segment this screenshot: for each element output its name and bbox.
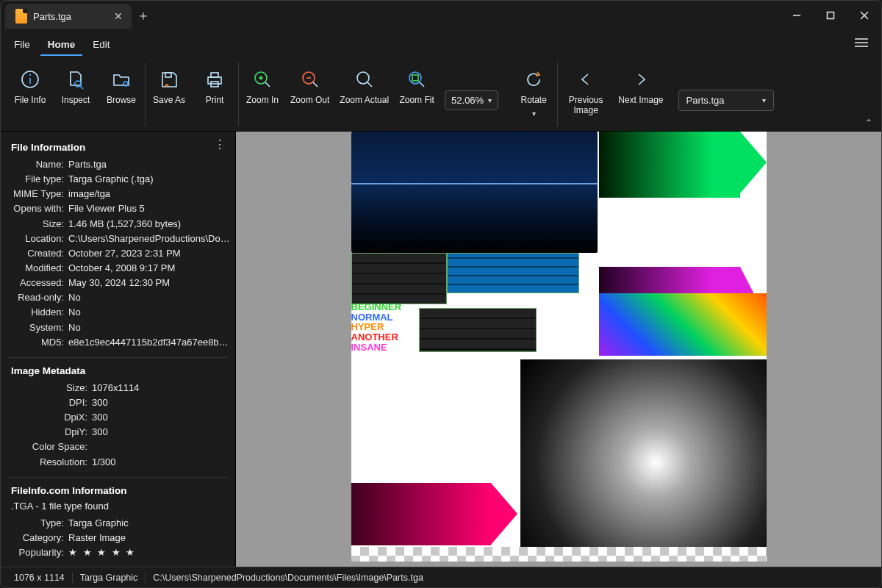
fi-modified: October 4, 2008 9:17 PM xyxy=(68,261,231,276)
body: ⋮ File Information Name:Parts.tga File t… xyxy=(1,132,881,567)
new-tab-button[interactable]: ＋ xyxy=(132,1,155,30)
svg-line-11 xyxy=(80,86,83,89)
browse-button[interactable]: Browse xyxy=(104,67,139,105)
zoom-out-icon xyxy=(299,68,321,90)
close-tab-icon[interactable]: ✕ xyxy=(114,10,123,22)
zoom-out-button[interactable]: Zoom Out xyxy=(290,67,329,105)
svg-rect-14 xyxy=(208,77,221,84)
fi-readonly: No xyxy=(68,290,231,305)
meta-dpiy: 300 xyxy=(92,425,231,440)
next-image-button[interactable]: Next Image xyxy=(618,67,663,105)
fi-filetype: Targa Graphic (.tga) xyxy=(68,172,231,187)
meta-size: 1076x1114 xyxy=(92,381,231,395)
status-dimensions: 1076 x 1114 xyxy=(7,573,73,583)
fi-md5: e8e1c9ec4447115b2df347a67ee8b2e1 xyxy=(68,335,231,350)
chevron-down-icon: ▾ xyxy=(488,96,492,104)
svg-rect-28 xyxy=(412,75,418,81)
zoom-level-combo[interactable]: 52.06% ▾ xyxy=(445,90,498,110)
svg-line-25 xyxy=(368,82,372,87)
inspect-button[interactable]: Inspect xyxy=(58,67,93,105)
document-tab[interactable]: Parts.tga ✕ xyxy=(5,4,132,29)
chevron-right-icon xyxy=(630,68,652,90)
ribbon: File Info Inspect Browse Save As Print xyxy=(1,58,881,132)
svg-rect-13 xyxy=(165,73,171,77)
zoom-actual-button[interactable]: Zoom Actual xyxy=(340,67,389,105)
meta-dpi: 300 xyxy=(92,395,231,410)
svg-point-26 xyxy=(409,72,421,84)
svg-point-9 xyxy=(29,74,31,76)
app-window: Parts.tga ✕ ＋ File Home Edit File Info I… xyxy=(0,0,882,588)
inspect-icon xyxy=(65,68,87,90)
collapse-ribbon-icon[interactable]: ⌃ xyxy=(865,118,872,128)
chevron-left-icon xyxy=(575,68,597,90)
close-window-button[interactable] xyxy=(847,1,881,30)
fi-opens: File Viewer Plus 5 xyxy=(68,201,231,216)
save-icon xyxy=(158,68,180,90)
file-info-button[interactable]: File Info xyxy=(12,67,48,105)
file-icon xyxy=(15,9,27,24)
file-combo-value: Parts.tga xyxy=(686,95,725,106)
svg-line-22 xyxy=(313,82,318,87)
fic-popularity: ★ ★ ★ ★ ★ xyxy=(68,545,231,560)
zoom-actual-icon xyxy=(354,68,376,90)
fi-size: 1.46 MB (1,527,360 bytes) xyxy=(68,217,231,232)
fi-accessed: May 30, 2024 12:30 PM xyxy=(68,276,231,290)
previous-image-button[interactable]: Previous Image xyxy=(564,67,608,116)
zoom-fit-button[interactable]: Zoom Fit xyxy=(399,67,434,105)
file-info-heading: File Information xyxy=(11,142,231,153)
fi-name: Parts.tga xyxy=(68,157,231,172)
svg-line-18 xyxy=(265,82,270,87)
status-format: Targa Graphic xyxy=(73,573,146,583)
fic-type: Targa Graphic xyxy=(68,516,231,531)
svg-point-10 xyxy=(75,81,81,87)
print-button[interactable]: Print xyxy=(197,67,232,105)
save-as-button[interactable]: Save As xyxy=(151,67,187,105)
rotate-button[interactable]: Rotate ▾ xyxy=(516,67,551,118)
fi-location: C:\Users\SharpenedProductions\Docu... xyxy=(68,232,231,246)
chevron-down-icon: ▾ xyxy=(762,96,766,104)
hamburger-menu[interactable] xyxy=(847,33,875,55)
zoom-in-icon xyxy=(251,68,273,90)
menu-edit[interactable]: Edit xyxy=(85,33,117,56)
minimize-button[interactable] xyxy=(780,1,814,30)
zoom-in-button[interactable]: Zoom In xyxy=(245,67,280,105)
file-selector-combo[interactable]: Parts.tga ▾ xyxy=(678,90,774,111)
maximize-button[interactable] xyxy=(814,1,847,30)
status-bar: 1076 x 1114 Targa Graphic C:\Users\Sharp… xyxy=(1,567,881,587)
svg-line-27 xyxy=(420,82,424,87)
image-canvas[interactable]: BEGINNER NORMAL HYPER ANOTHER INSANE xyxy=(236,132,881,567)
fi-created: October 27, 2023 2:31 PM xyxy=(68,246,231,261)
menu-home[interactable]: Home xyxy=(40,33,83,56)
chevron-down-icon: ▾ xyxy=(532,110,536,118)
info-icon xyxy=(19,68,41,90)
menubar: File Home Edit xyxy=(1,30,881,58)
print-icon xyxy=(204,68,226,90)
status-path: C:\Users\SharpenedProductions\Documents\… xyxy=(146,573,431,583)
fi-mime: image/tga xyxy=(68,187,231,201)
zoom-value: 52.06% xyxy=(451,95,484,106)
fi-hidden: No xyxy=(68,305,231,320)
fic-category: Raster Image xyxy=(68,531,231,545)
panel-menu-icon[interactable]: ⋮ xyxy=(214,137,226,151)
meta-colorspace xyxy=(92,440,231,454)
svg-rect-15 xyxy=(211,73,218,77)
rotate-icon xyxy=(523,68,545,90)
svg-point-24 xyxy=(357,72,369,84)
image-content: BEGINNER NORMAL HYPER ANOTHER INSANE xyxy=(351,132,767,562)
image-metadata-heading: Image Metadata xyxy=(11,365,231,376)
meta-resolution: 1/300 xyxy=(92,455,231,470)
info-panel[interactable]: ⋮ File Information Name:Parts.tga File t… xyxy=(1,132,236,567)
browse-icon xyxy=(110,68,132,90)
fileinfo-summary: .TGA - 1 file type found xyxy=(11,501,231,512)
zoom-fit-icon xyxy=(406,68,428,90)
meta-dpix: 300 xyxy=(92,410,231,425)
difficulty-labels: BEGINNER NORMAL HYPER ANOTHER INSANE xyxy=(351,302,417,352)
fi-system: No xyxy=(68,320,231,335)
fileinfo-com-heading: FileInfo.com Information xyxy=(11,485,231,496)
svg-rect-1 xyxy=(828,12,834,19)
titlebar: Parts.tga ✕ ＋ xyxy=(1,1,881,30)
tab-title: Parts.tga xyxy=(33,11,71,22)
menu-file[interactable]: File xyxy=(7,33,37,56)
